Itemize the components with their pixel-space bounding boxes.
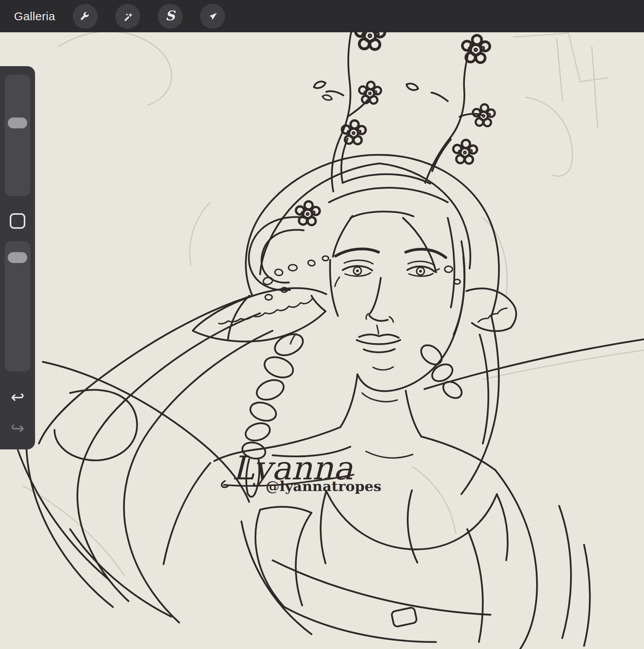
sidebar-tools: ↩ ↪ (0, 66, 35, 449)
gallery-button[interactable]: Galleria (0, 10, 55, 23)
modify-button[interactable] (10, 213, 25, 229)
artwork-line-drawing: Lyanna @lyannatropes (0, 0, 644, 649)
wrench-icon (80, 11, 91, 22)
transform-button[interactable] (200, 4, 225, 29)
arrow-cursor-icon (207, 11, 218, 22)
character-line-art (16, 20, 644, 649)
brush-size-slider[interactable] (5, 75, 30, 196)
opacity-slider-handle[interactable] (8, 252, 27, 263)
magic-wand-icon (122, 11, 133, 22)
s-curve-icon: S (165, 8, 175, 23)
procreate-window: Lyanna @lyannatropes Galleria S (0, 0, 644, 649)
brush-size-slider-handle[interactable] (8, 118, 27, 128)
undo-button[interactable]: ↩ (0, 388, 35, 406)
redo-button[interactable]: ↪ (0, 419, 35, 437)
artist-handle: @lyannatropes (266, 478, 382, 494)
canvas-area[interactable]: Lyanna @lyannatropes (0, 32, 644, 649)
selection-button[interactable]: S (158, 4, 183, 29)
top-toolbar: Galleria S (0, 0, 644, 32)
adjustments-button[interactable] (115, 4, 140, 29)
actions-button[interactable] (73, 4, 98, 29)
